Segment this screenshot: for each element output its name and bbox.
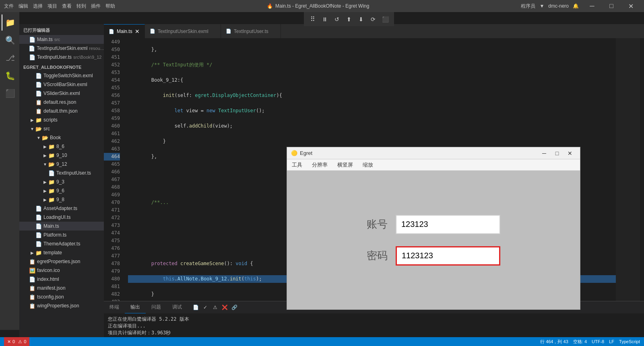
debug-pause-btn[interactable]: ⏸ <box>319 15 330 24</box>
tree-item-favicon[interactable]: 🖼️ favicon.ico <box>19 266 104 275</box>
tree-arrow: ▶ <box>42 144 48 149</box>
debug-stop-btn[interactable]: ⬛ <box>380 15 391 24</box>
minimize-button[interactable]: ─ <box>583 0 601 12</box>
menu-project[interactable]: 项目 <box>47 3 57 10</box>
debug-grid-icon[interactable]: ⠿ <box>307 15 318 24</box>
menu-view[interactable]: 查看 <box>62 3 72 10</box>
egret-maximize-btn[interactable]: □ <box>551 148 563 159</box>
tree-item-defaultthm[interactable]: 📋 default.thm.json <box>19 107 104 115</box>
status-errors[interactable]: ✕ 0 ⚠ 0 <box>4 337 29 346</box>
flame-icon: 🔥 <box>267 3 273 9</box>
panel-tab-debug[interactable]: 调试 <box>167 301 188 313</box>
panel-icon-4[interactable]: ❌ <box>221 303 229 311</box>
egret-menu-tools[interactable]: 工具 <box>287 159 307 171</box>
tree-item-main-ts[interactable]: 📄 Main.ts <box>19 222 104 231</box>
panel-icon-2[interactable]: ✓ <box>201 303 209 311</box>
password-input[interactable] <box>396 246 500 266</box>
open-editor-textinputuserskin[interactable]: 📄 TextInputUserSkin.exml resou... <box>19 44 104 53</box>
egret-controls: ─ □ ✕ <box>538 148 576 159</box>
language-mode[interactable]: TypeScript <box>619 339 640 344</box>
tree-item-9-10[interactable]: ▶ 📁 9_10 <box>19 151 104 160</box>
tree-item-themeadapter[interactable]: 📄 ThemeAdapter.ts <box>19 239 104 248</box>
egret-close-btn[interactable]: ✕ <box>564 148 576 159</box>
panel-tab-output[interactable]: 输出 <box>125 301 146 313</box>
egret-title: 🟡 Egret <box>291 150 312 156</box>
encoding[interactable]: UTF-8 <box>592 339 604 344</box>
tree-item-9-6[interactable]: ▶ 📁 9_6 <box>19 186 104 195</box>
panel-tab-problems[interactable]: 问题 <box>146 301 167 313</box>
ts-file-icon: 📄 <box>35 232 42 238</box>
login-form: 账号 密码 <box>367 215 500 266</box>
tree-item-manifest[interactable]: 📋 manifest.json <box>19 284 104 292</box>
panel-icon-5[interactable]: 🔗 <box>230 303 238 311</box>
egret-menu-resolution[interactable]: 分辨率 <box>307 159 332 171</box>
debug-restart-btn[interactable]: ⟳ <box>367 15 379 24</box>
menu-edit[interactable]: 编辑 <box>19 3 28 10</box>
notification-icon[interactable]: 🔔 <box>573 3 579 9</box>
tree-item-assetadapter[interactable]: 📄 AssetAdapter.ts <box>19 204 104 213</box>
activity-extensions[interactable]: ⬛ <box>2 85 18 101</box>
tree-item-textinputuser-ts[interactable]: 📄 TextInputUser.ts <box>19 169 104 177</box>
menu-plugin[interactable]: 插件 <box>91 3 101 10</box>
menu-help[interactable]: 帮助 <box>105 3 115 10</box>
tree-item-8-6[interactable]: ▶ 📁 8_6 <box>19 142 104 151</box>
tree-item-index-html[interactable]: 📄 index.html <box>19 275 104 284</box>
close-button[interactable]: ✕ <box>621 0 640 12</box>
egret-minimize-btn[interactable]: ─ <box>538 148 550 159</box>
menu-select[interactable]: 选择 <box>33 3 43 10</box>
debug-refresh-btn[interactable]: ↺ <box>331 15 343 24</box>
minimap-content <box>616 38 640 301</box>
panel-icon-1[interactable]: 📄 <box>192 303 200 311</box>
open-editor-textinputuser[interactable]: 📄 TextInputUser.ts src\Book\9_12 <box>19 53 104 62</box>
tab-textinputuser-ts[interactable]: 📄 TextInputUser.ts ✕ <box>221 24 281 38</box>
tree-item-9-8[interactable]: ▶ 📁 9_8 <box>19 195 104 204</box>
tree-item-vsliderskin[interactable]: 📄 VSliderSkin.exml <box>19 89 104 98</box>
tree-item-loadingui[interactable]: 📄 LoadingUI.ts <box>19 213 104 222</box>
tree-arrow: ▶ <box>29 251 35 255</box>
menu-file[interactable]: 文件 <box>4 3 14 10</box>
tab-main-ts[interactable]: 📄 Main.ts ✕ <box>104 24 145 38</box>
account-input[interactable] <box>396 215 500 234</box>
tree-item-toggleswitchskin[interactable]: 📄 ToggleSwitchSkin.exml <box>19 71 104 80</box>
tree-item-vscrollbarskin[interactable]: 📄 VScrollBarSkin.exml <box>19 80 104 89</box>
activity-explorer[interactable]: 📁 <box>2 14 18 31</box>
debug-step-over-btn[interactable]: ⬆ <box>343 15 355 24</box>
activity-git[interactable]: ⎇ <box>2 50 18 66</box>
user-dropdown[interactable]: ▼ <box>539 3 544 9</box>
egret-menu-zoom[interactable]: 缩放 <box>358 159 378 171</box>
vertical-scrollbar[interactable] <box>640 38 644 301</box>
panel-icon-3[interactable]: ⚠ <box>211 303 219 311</box>
activity-search[interactable]: 🔍 <box>2 32 18 48</box>
file-icon: 📄 <box>35 82 42 88</box>
json-file-icon: 📋 <box>29 303 35 309</box>
activity-debug[interactable]: 🐛 <box>2 68 18 84</box>
tree-item-wingproperties[interactable]: 📋 wingProperties.json <box>19 301 104 310</box>
debug-step-into-btn[interactable]: ⬇ <box>355 15 367 24</box>
tree-item-book[interactable]: ▼ 📂 Book <box>19 133 104 142</box>
panel-message-2: 正在编译项目... <box>108 323 640 330</box>
tree-item-9-3[interactable]: ▶ 📁 9_3 <box>19 177 104 186</box>
line-ending[interactable]: LF <box>609 339 614 344</box>
tab-textinputuserskin[interactable]: 📄 TextInputUserSkin.exml ✕ <box>145 24 221 38</box>
egret-menu-orientation[interactable]: 横竖屏 <box>332 159 358 171</box>
tree-item-defaultres[interactable]: 📋 default.res.json <box>19 98 104 107</box>
sidebar: 已打开编辑器 📄 Main.ts src 📄 TextInputUserSkin… <box>19 24 104 346</box>
tree-item-9-12[interactable]: ▼ 📂 9_12 <box>19 160 104 169</box>
tree-item-scripts[interactable]: ▶ 📁 scripts <box>19 115 104 124</box>
ts-icon: 📄 <box>109 29 114 34</box>
tree-item-tsconfig[interactable]: 📋 tsconfig.json <box>19 292 104 301</box>
menu-goto[interactable]: 转到 <box>76 3 86 10</box>
maximize-button[interactable]: □ <box>602 0 621 12</box>
panel-tab-terminal[interactable]: 终端 <box>104 301 125 313</box>
tree-item-src[interactable]: ▼ 📂 src <box>19 124 104 133</box>
open-editor-main-ts[interactable]: 📄 Main.ts src <box>19 35 104 44</box>
egret-window-icon: 🟡 <box>291 150 297 156</box>
tree-item-egretproperties[interactable]: 📋 egretProperties.json <box>19 257 104 266</box>
tree-item-template[interactable]: ▶ 📁 template <box>19 248 104 257</box>
tab-main-ts-label: Main.ts <box>117 29 132 34</box>
tab-main-ts-close[interactable]: ✕ <box>135 28 140 35</box>
indentation[interactable]: 空格: 4 <box>573 339 587 345</box>
tree-item-platform[interactable]: 📄 Platform.ts <box>19 231 104 239</box>
cursor-position[interactable]: 行 464，列 43 <box>540 339 568 345</box>
egret-window-title: Egret <box>300 150 312 156</box>
